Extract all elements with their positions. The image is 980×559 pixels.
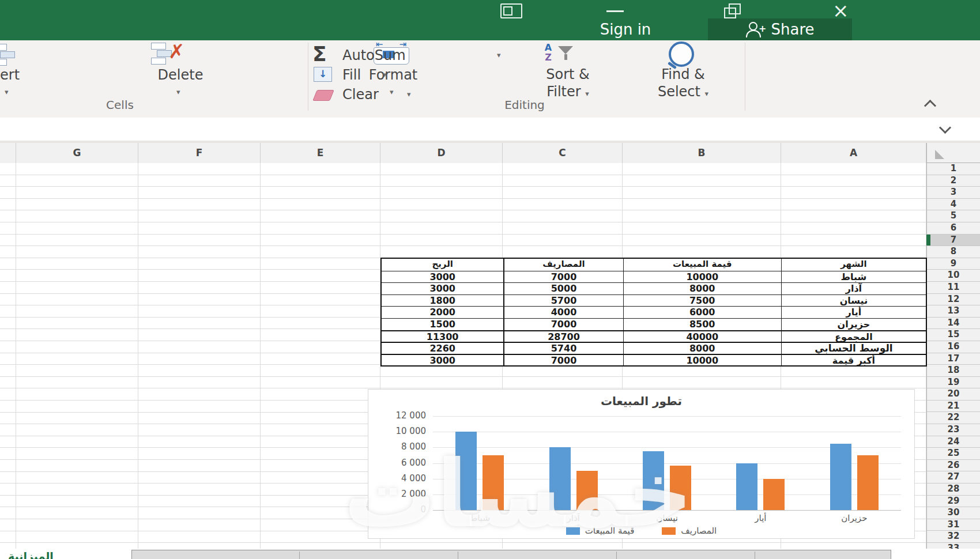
table-cell[interactable]: 10000 (623, 355, 781, 366)
select-all-corner[interactable] (926, 143, 980, 163)
collapse-ribbon-icon[interactable] (924, 100, 936, 112)
table-cell[interactable]: 8500 (623, 319, 781, 330)
column-header[interactable]: B (623, 143, 781, 163)
row-header[interactable]: 5 (927, 210, 980, 222)
row-header[interactable]: 13 (927, 305, 980, 318)
row-header[interactable]: 15 (927, 329, 980, 341)
sales-chart[interactable]: تطور المبيعات 02 0004 0006 0008 00010 00… (368, 389, 915, 539)
legend-item[interactable]: قيمة المبيعات (566, 526, 635, 536)
formula-bar-expand-icon[interactable] (939, 122, 951, 134)
table-cell[interactable]: 5740 (503, 343, 623, 354)
delete-dropdown-arrow[interactable]: ▾ (176, 88, 180, 96)
row-header[interactable]: 6 (927, 222, 980, 235)
table-cell[interactable]: 8000 (623, 343, 781, 354)
table-cell[interactable]: 4000 (503, 307, 623, 318)
row-header[interactable]: 10 (927, 270, 980, 282)
row-header[interactable]: 2 (927, 175, 980, 187)
row-header[interactable]: 12 (927, 294, 980, 306)
table-cell[interactable]: 1500 (382, 319, 503, 330)
chart-bar[interactable] (483, 455, 504, 510)
table-cell[interactable]: 7000 (503, 319, 623, 330)
chart-bar[interactable] (857, 455, 879, 510)
chart-bar[interactable] (576, 471, 598, 510)
table-cell[interactable]: 28700 (503, 331, 623, 342)
table-cell[interactable]: نيسان (781, 295, 926, 307)
table-header-cell[interactable]: الربح (382, 259, 503, 271)
table-cell[interactable]: 8000 (623, 283, 781, 294)
row-header[interactable]: 11 (927, 282, 980, 294)
formula-bar[interactable] (0, 118, 980, 141)
table-cell[interactable]: 2000 (382, 307, 503, 318)
table-cell[interactable]: 2260 (382, 343, 503, 354)
row-header[interactable]: 9 (927, 258, 980, 270)
column-header[interactable]: E (261, 143, 380, 163)
table-cell[interactable]: 40000 (623, 331, 781, 342)
table-cell[interactable]: شباط (781, 271, 926, 283)
column-header[interactable]: A (781, 143, 926, 163)
row-header[interactable]: 28 (927, 484, 980, 496)
table-cell[interactable]: المجموع (781, 331, 926, 342)
chart-bar[interactable] (670, 466, 691, 510)
row-header[interactable]: 26 (927, 460, 980, 472)
find-select-dropdown-arrow[interactable]: ▾ (705, 89, 709, 98)
row-header[interactable]: 29 (927, 496, 980, 508)
table-cell[interactable]: 11300 (382, 331, 503, 342)
clear-dropdown-arrow[interactable]: ▾ (407, 90, 411, 99)
legend-item[interactable]: المصاريف (662, 526, 717, 536)
row-header[interactable]: 20 (927, 388, 980, 401)
table-cell[interactable]: 3000 (382, 283, 503, 294)
chart-bar[interactable] (455, 432, 477, 510)
row-header[interactable]: 3 (927, 187, 980, 199)
table-cell[interactable]: أكبر قيمة (781, 355, 926, 366)
sign-in-button[interactable]: Sign in (574, 21, 677, 39)
row-header[interactable]: 21 (927, 401, 980, 413)
row-header[interactable]: 31 (927, 519, 980, 531)
table-cell[interactable]: الوسط الحسابي (781, 343, 926, 354)
row-header[interactable]: 22 (927, 412, 980, 424)
row-header[interactable]: 4 (927, 199, 980, 211)
table-cell[interactable]: 7500 (623, 295, 781, 307)
table-cell[interactable]: حزيران (781, 319, 926, 330)
row-header[interactable]: 17 (927, 353, 980, 365)
table-header-cell[interactable]: قيمة المبيعات (623, 259, 781, 271)
chart-bar[interactable] (830, 444, 851, 510)
row-header[interactable]: 16 (927, 341, 980, 353)
table-header-cell[interactable]: الشهر (781, 259, 926, 271)
table-cell[interactable]: 7000 (503, 271, 623, 283)
row-header[interactable]: 23 (927, 424, 980, 436)
share-button[interactable]: + Share (708, 18, 852, 40)
column-header[interactable]: G (16, 143, 138, 163)
column-header[interactable] (0, 143, 16, 163)
ribbon-display-options-icon[interactable] (500, 3, 522, 18)
column-header[interactable]: F (138, 143, 261, 163)
chart-bar[interactable] (763, 479, 785, 510)
chart-bar[interactable] (736, 463, 757, 511)
row-header[interactable]: 1 (927, 163, 980, 175)
table-cell[interactable]: آذار (781, 283, 926, 294)
row-header[interactable]: 8 (927, 246, 980, 258)
format-dropdown-arrow[interactable]: ▾ (390, 88, 394, 96)
row-header[interactable]: 25 (927, 448, 980, 460)
table-header-cell[interactable]: المصاريف (503, 259, 623, 271)
row-header[interactable]: 32 (927, 531, 980, 543)
table-cell[interactable]: 1800 (382, 295, 503, 307)
row-header[interactable]: 19 (927, 377, 980, 389)
table-cell[interactable]: أيار (781, 307, 926, 318)
active-sheet-tab[interactable]: الميزانية (8, 550, 54, 559)
row-header[interactable]: 14 (927, 318, 980, 330)
table-cell[interactable]: 3000 (382, 355, 503, 366)
row-header[interactable]: 30 (927, 507, 980, 519)
row-header[interactable]: 24 (927, 436, 980, 448)
table-cell[interactable]: 7000 (503, 355, 623, 366)
sheet-tabs-area[interactable] (131, 550, 891, 559)
column-header[interactable]: C (503, 143, 623, 163)
autosum-dropdown-arrow[interactable]: ▾ (497, 51, 501, 59)
row-header[interactable]: 7 (927, 235, 980, 247)
row-header[interactable]: 18 (927, 365, 980, 377)
sort-filter-dropdown-arrow[interactable]: ▾ (585, 89, 589, 98)
chart-bar[interactable] (549, 447, 571, 510)
restore-button[interactable] (724, 3, 741, 18)
table-cell[interactable]: 6000 (623, 307, 781, 318)
row-header[interactable]: 27 (927, 471, 980, 484)
column-header[interactable]: D (380, 143, 503, 163)
